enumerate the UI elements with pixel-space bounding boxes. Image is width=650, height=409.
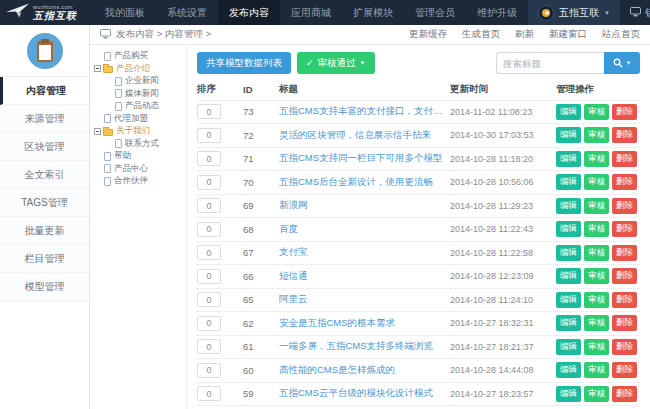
sidebar-item[interactable]: 区块管理 bbox=[0, 133, 89, 161]
sort-input[interactable] bbox=[197, 363, 221, 378]
topnav-item[interactable]: 发布内容 bbox=[218, 0, 280, 25]
tree-item[interactable]: 联系方式 bbox=[92, 138, 184, 151]
edit-button[interactable]: 编辑 bbox=[556, 292, 581, 308]
delete-button[interactable]: 删除 bbox=[612, 268, 637, 284]
topnav-item[interactable]: 系统设置 bbox=[156, 0, 218, 25]
delete-button[interactable]: 删除 bbox=[612, 174, 637, 190]
edit-button[interactable]: 编辑 bbox=[556, 127, 581, 143]
topnav-item[interactable]: 管理会员 bbox=[404, 0, 466, 25]
tree-item[interactable]: 合作伙伴 bbox=[92, 175, 184, 188]
edit-button[interactable]: 编辑 bbox=[556, 245, 581, 261]
content-title-link[interactable]: 新浪网 bbox=[279, 199, 450, 212]
delete-button[interactable]: 删除 bbox=[612, 104, 637, 120]
breadcrumb-action-link[interactable]: 站点首页 bbox=[602, 28, 640, 41]
sidebar-item[interactable]: 全文索引 bbox=[0, 161, 89, 189]
approve-button[interactable]: 审核 bbox=[584, 362, 609, 378]
approve-button[interactable]: 审核 bbox=[584, 104, 609, 120]
edit-button[interactable]: 编辑 bbox=[556, 339, 581, 355]
content-title-link[interactable]: 五指CMS支持同一栏目下可用多个模型 bbox=[279, 152, 450, 165]
delete-button[interactable]: 删除 bbox=[612, 221, 637, 237]
sidebar-item[interactable]: 模型管理 bbox=[0, 273, 89, 301]
tree-item[interactable]: 产品动态 bbox=[92, 100, 184, 113]
edit-button[interactable]: 编辑 bbox=[556, 268, 581, 284]
tree-item[interactable]: 媒体新闻 bbox=[92, 88, 184, 101]
approve-button[interactable]: 审核 bbox=[584, 386, 609, 402]
approve-dropdown-button[interactable]: ✓ 审核通过 ▼ bbox=[297, 52, 375, 74]
sort-input[interactable] bbox=[197, 316, 221, 331]
breadcrumb-action-link[interactable]: 生成首页 bbox=[462, 28, 500, 41]
delete-button[interactable]: 删除 bbox=[612, 386, 637, 402]
sort-input[interactable] bbox=[197, 151, 221, 166]
sidebar-item[interactable]: 批量更新 bbox=[0, 217, 89, 245]
content-title-link[interactable]: 安全是五指CMS的根本需求 bbox=[279, 317, 450, 330]
content-title-link[interactable]: 阿里云 bbox=[279, 293, 450, 306]
delete-button[interactable]: 删除 bbox=[612, 245, 637, 261]
sort-input[interactable] bbox=[197, 175, 221, 190]
content-title-link[interactable]: 高性能的CMS是怎样炼成的 bbox=[279, 364, 450, 377]
content-title-link[interactable]: 百度 bbox=[279, 223, 450, 236]
sidebar-item[interactable]: 来源管理 bbox=[0, 105, 89, 133]
delete-button[interactable]: 删除 bbox=[612, 127, 637, 143]
sort-input[interactable] bbox=[197, 198, 221, 213]
sidebar-item[interactable]: 栏目管理 bbox=[0, 245, 89, 273]
approve-button[interactable]: 审核 bbox=[584, 268, 609, 284]
delete-button[interactable]: 删除 bbox=[612, 362, 637, 378]
edit-button[interactable]: 编辑 bbox=[556, 315, 581, 331]
tree-item[interactable]: 代理加盟 bbox=[92, 113, 184, 126]
edit-button[interactable]: 编辑 bbox=[556, 221, 581, 237]
search-input[interactable] bbox=[496, 52, 604, 74]
tree-item[interactable]: 企业新闻 bbox=[92, 75, 184, 88]
tree-item[interactable]: 帮助 bbox=[92, 150, 184, 163]
edit-button[interactable]: 编辑 bbox=[556, 151, 581, 167]
sidebar-item[interactable]: 内容管理 bbox=[0, 77, 89, 105]
topnav-item[interactable]: 我的面板 bbox=[94, 0, 156, 25]
breadcrumb-action-link[interactable]: 新建窗口 bbox=[549, 28, 587, 41]
content-title-link[interactable]: 灵活的区块管理，信息展示信手拈来 bbox=[279, 129, 450, 142]
edit-button[interactable]: 编辑 bbox=[556, 174, 581, 190]
topnav-item[interactable]: 应用商城 bbox=[280, 0, 342, 25]
sort-input[interactable] bbox=[197, 222, 221, 237]
sort-input[interactable] bbox=[197, 339, 221, 354]
delete-button[interactable]: 删除 bbox=[612, 151, 637, 167]
sort-input[interactable] bbox=[197, 292, 221, 307]
delete-button[interactable]: 删除 bbox=[612, 292, 637, 308]
approve-button[interactable]: 审核 bbox=[584, 245, 609, 261]
content-title-link[interactable]: 五指CMS云平台级的模块化设计模式 bbox=[279, 387, 450, 400]
tree-item[interactable]: 关于我们 bbox=[92, 125, 184, 138]
tree-item[interactable]: 产品介绍 bbox=[92, 63, 184, 76]
tree-collapse-icon[interactable] bbox=[94, 128, 101, 135]
sort-input[interactable] bbox=[197, 104, 221, 119]
approve-button[interactable]: 审核 bbox=[584, 174, 609, 190]
shared-model-list-button[interactable]: 共享模型数据列表 bbox=[197, 52, 291, 74]
sidebar-item[interactable]: TAGS管理 bbox=[0, 189, 89, 217]
tree-item[interactable]: 产品购买 bbox=[92, 50, 184, 63]
brand-logo[interactable]: wuzhicms.com 五指互联 bbox=[0, 0, 94, 25]
topnav-item[interactable]: 维护升级 bbox=[466, 0, 528, 25]
edit-button[interactable]: 编辑 bbox=[556, 104, 581, 120]
content-title-link[interactable]: 一端多屏，五指CMS支持多终端浏览 bbox=[279, 340, 450, 353]
tree-item[interactable]: 产品中心 bbox=[92, 163, 184, 176]
sort-input[interactable] bbox=[197, 269, 221, 284]
edit-button[interactable]: 编辑 bbox=[556, 386, 581, 402]
lock-screen-button[interactable]: 锁屏 bbox=[620, 0, 650, 25]
delete-button[interactable]: 删除 bbox=[612, 315, 637, 331]
breadcrumb-action-link[interactable]: 更新缓存 bbox=[409, 28, 447, 41]
sort-input[interactable] bbox=[197, 245, 221, 260]
approve-button[interactable]: 审核 bbox=[584, 339, 609, 355]
content-title-link[interactable]: 五指CMS后台全新设计，使用更流畅 bbox=[279, 176, 450, 189]
topnav-item[interactable]: 扩展模块 bbox=[342, 0, 404, 25]
content-title-link[interactable]: 短信通 bbox=[279, 270, 450, 283]
approve-button[interactable]: 审核 bbox=[584, 292, 609, 308]
approve-button[interactable]: 审核 bbox=[584, 221, 609, 237]
content-title-link[interactable]: 五指CMS支持丰富的支付接口，支付宝接口优先体验 bbox=[279, 105, 450, 118]
edit-button[interactable]: 编辑 bbox=[556, 198, 581, 214]
breadcrumb-action-link[interactable]: 刷新 bbox=[515, 28, 534, 41]
user-menu[interactable]: 五指互联 ▼ bbox=[528, 0, 620, 25]
approve-button[interactable]: 审核 bbox=[584, 127, 609, 143]
approve-button[interactable]: 审核 bbox=[584, 315, 609, 331]
delete-button[interactable]: 删除 bbox=[612, 339, 637, 355]
edit-button[interactable]: 编辑 bbox=[556, 362, 581, 378]
content-title-link[interactable]: 支付宝 bbox=[279, 246, 450, 259]
approve-button[interactable]: 审核 bbox=[584, 151, 609, 167]
sort-input[interactable] bbox=[197, 128, 221, 143]
